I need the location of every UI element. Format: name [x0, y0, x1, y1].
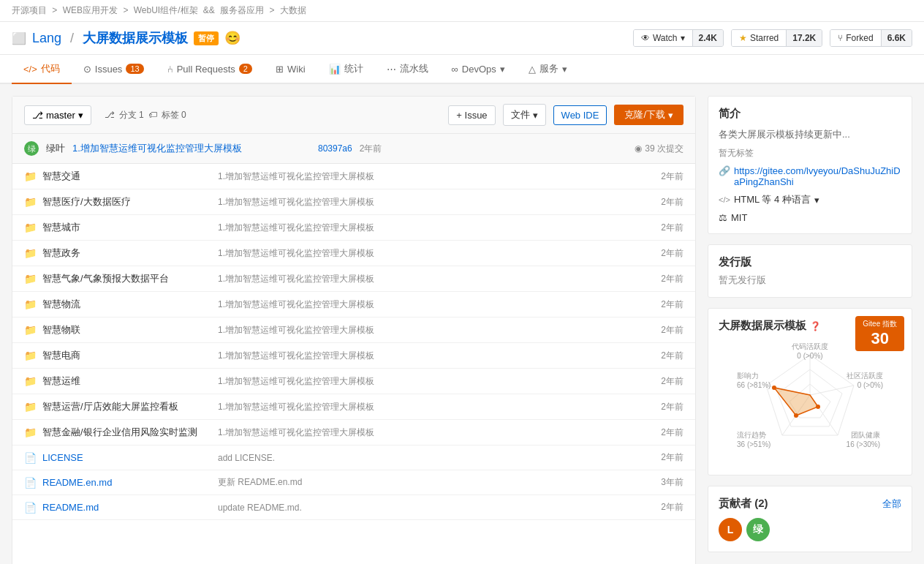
file-name-link[interactable]: 智慧城市	[42, 222, 80, 233]
file-name-link[interactable]: 智慧物流	[42, 298, 80, 309]
sidebar-contributors: 贡献者 (2) 全部 L绿	[708, 486, 912, 552]
file-desc-cell: 1.增加智慧运维可视化监控管理大屏模板	[203, 324, 640, 336]
new-issue-button[interactable]: + Issue	[448, 105, 495, 125]
folder-icon: 📁	[24, 375, 37, 387]
commit-hash-link[interactable]: 80397a6	[318, 143, 352, 154]
fork-count: 6.6K	[881, 30, 912, 46]
breadcrumb-bigdata[interactable]: 大数据	[280, 5, 306, 15]
fork-action[interactable]: ⑂ Forked 6.6K	[830, 29, 912, 47]
tab-pull-requests[interactable]: ⑃ Pull Requests 2	[156, 55, 264, 84]
repo-avatar: 😊	[224, 30, 241, 46]
tab-devops[interactable]: ∞ DevOps ▾	[440, 55, 517, 84]
file-name-link[interactable]: 智慧电商	[42, 350, 80, 361]
file-desc-cell: 1.增加智慧运维可视化监控管理大屏模板	[203, 170, 640, 183]
branch-info: ⎇ 分支 1 🏷 标签 0	[105, 109, 186, 121]
no-tags: 暂无标签	[719, 147, 901, 159]
radar-chart: 代码活跃度 0 (>0%) 社区活跃度 0 (>0%) 团队健康 16 (>30…	[737, 340, 883, 465]
file-name-link[interactable]: 智慧交通	[42, 170, 80, 181]
contributor-avatar[interactable]: 绿	[746, 518, 770, 541]
file-desc-cell: 1.增加智慧运维可视化监控管理大屏模板	[203, 375, 640, 388]
watch-action[interactable]: 👁 Watch ▾ 2.4K	[633, 29, 724, 47]
star-button[interactable]: ★ Starred	[732, 30, 786, 46]
folder-icon: 📁	[24, 298, 37, 310]
contributors-header: 贡献者 (2) 全部	[719, 497, 901, 511]
file-name-cell: 智慧交通	[42, 170, 203, 183]
breadcrumb-open-source[interactable]: 开源项目	[12, 5, 47, 15]
file-name-link[interactable]: README.en.md	[42, 477, 112, 488]
table-row: 📁智慧城市1.增加智慧运维可视化监控管理大屏模板2年前	[12, 215, 695, 241]
stopped-badge: 暂停	[194, 31, 219, 45]
file-time-cell: 2年前	[640, 273, 683, 285]
contributors-all-link[interactable]: 全部	[882, 497, 901, 511]
webide-button[interactable]: Web IDE	[553, 105, 607, 125]
file-icon: 📄	[24, 477, 37, 489]
file-time-cell: 3年前	[640, 476, 683, 489]
radar-community-label: 社区活跃度 0 (>0%)	[847, 371, 883, 389]
file-name-cell: 智慧运营/厅店效能大屏监控看板	[42, 400, 203, 413]
watch-button[interactable]: 👁 Watch ▾	[634, 30, 692, 46]
file-time-cell: 2年前	[640, 170, 683, 183]
file-name-link[interactable]: 智慧金融/银行企业信用风险实时监测	[42, 426, 197, 437]
breadcrumb-server[interactable]: 服务器应用	[220, 5, 264, 15]
file-name-link[interactable]: 智慧气象/气象预报大数据平台	[42, 273, 169, 284]
wiki-icon: ⊞	[276, 64, 284, 75]
file-name-cell: 智慧医疗/大数据医疗	[42, 195, 203, 208]
breadcrumb-webui[interactable]: WebUI组件/框架	[134, 5, 198, 15]
tab-wiki[interactable]: ⊞ Wiki	[264, 55, 317, 84]
folder-icon: 📁	[24, 170, 37, 182]
file-name-link[interactable]: 智慧物联	[42, 324, 80, 335]
fork-button[interactable]: ⑂ Forked	[830, 30, 880, 46]
file-name-link[interactable]: 智慧运营/厅店效能大屏监控看板	[42, 401, 178, 412]
file-button[interactable]: 文件 ▾	[503, 104, 546, 126]
repo-controls-bar: ⎇ master ▾ ⎇ 分支 1 🏷 标签 0 + Issue 文件 ▾ We…	[12, 97, 695, 134]
commit-message-link[interactable]: 1.增加智慧运维可视化监控管理大屏模板	[72, 142, 311, 155]
clone-button[interactable]: 克隆/下载 ▾	[614, 105, 683, 125]
file-desc-cell: 1.增加智慧运维可视化监控管理大屏模板	[203, 298, 640, 311]
file-name-cell: 智慧电商	[42, 349, 203, 362]
tab-issues[interactable]: ⊙ Issues 13	[72, 55, 156, 84]
link-icon: 🔗	[719, 165, 730, 176]
folder-icon: 📁	[24, 324, 37, 336]
tab-service[interactable]: △ 服务 ▾	[517, 55, 579, 84]
table-row: 📄LICENSEadd LICENSE.2年前	[12, 445, 695, 470]
latest-commit-row: 绿 绿叶 1.增加智慧运维可视化监控管理大屏模板 80397a6 2年前 ◉ 3…	[12, 134, 695, 164]
repo-external-link[interactable]: 🔗 https://gitee.com/lvyeyou/DaShuJuZhiDa…	[719, 165, 901, 187]
radar-trend-label: 流行趋势 36 (>51%)	[737, 430, 770, 448]
branch-selector[interactable]: ⎇ master ▾	[24, 105, 91, 125]
star-action[interactable]: ★ Starred 17.2K	[731, 29, 822, 47]
file-name-link[interactable]: 智慧政务	[42, 247, 80, 258]
file-name-link[interactable]: 智慧运维	[42, 375, 80, 386]
issues-icon: ⊙	[83, 64, 91, 75]
tab-pipeline[interactable]: ⋯ 流水线	[375, 55, 440, 84]
file-name-cell: LICENSE	[42, 452, 203, 463]
issues-badge: 13	[126, 64, 143, 74]
repo-name-link[interactable]: 大屏数据展示模板	[83, 29, 188, 47]
table-row: 📄README.en.md更新 README.en.md3年前	[12, 470, 695, 495]
repo-title-area: ⬜ Lang / 大屏数据展示模板 暂停 😊	[12, 29, 241, 47]
breadcrumb-web-dev[interactable]: WEB应用开发	[63, 5, 118, 15]
repo-owner-link[interactable]: Lang	[32, 31, 61, 46]
fork-icon: ⑂	[838, 33, 843, 43]
file-name-link[interactable]: LICENSE	[42, 452, 83, 463]
folder-icon: 📁	[24, 247, 37, 259]
file-name-cell: README.md	[42, 502, 203, 513]
breadcrumb: 开源项目 > WEB应用开发 > WebUI组件/框架 && 服务器应用 > 大…	[0, 0, 924, 22]
branch-count-icon: ⎇	[105, 110, 115, 120]
repo-url[interactable]: https://gitee.com/lvyeyou/DaShuJuZhiDaPi…	[734, 165, 901, 187]
watch-dropdown-icon: ▾	[681, 33, 685, 43]
svg-point-11	[772, 386, 776, 390]
file-time-cell: 2年前	[640, 451, 683, 464]
file-desc-cell: 1.增加智慧运维可视化监控管理大屏模板	[203, 426, 640, 439]
file-name-cell: 智慧城市	[42, 221, 203, 234]
file-name-link[interactable]: 智慧医疗/大数据医疗	[42, 196, 131, 207]
table-row: 📁智慧交通1.增加智慧运维可视化监控管理大屏模板2年前	[12, 164, 695, 189]
file-name-link[interactable]: README.md	[42, 502, 99, 513]
tab-code[interactable]: </> 代码	[12, 55, 72, 84]
file-time-cell: 2年前	[640, 196, 683, 208]
file-desc-cell: 1.增加智慧运维可视化监控管理大屏模板	[203, 401, 640, 413]
tab-stats[interactable]: 📊 统计	[317, 55, 375, 84]
file-time-cell: 2年前	[640, 298, 683, 311]
stats-icon: 📊	[329, 64, 341, 75]
contributor-avatar[interactable]: L	[719, 518, 742, 541]
folder-icon: 📁	[24, 222, 37, 233]
